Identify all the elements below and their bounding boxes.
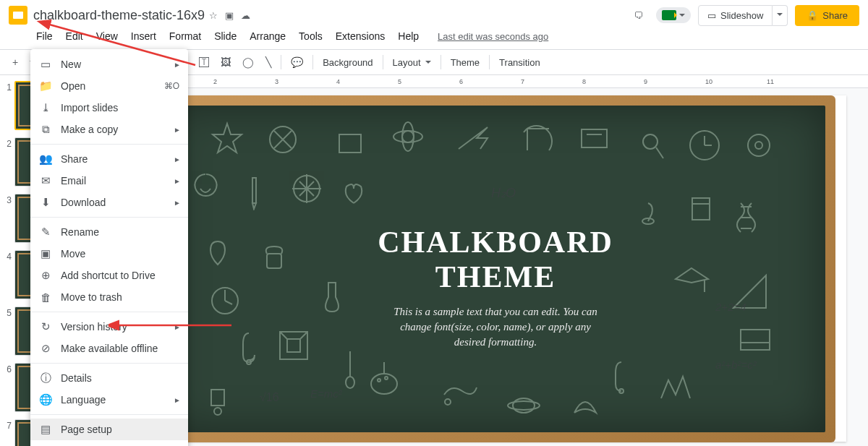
ruler-tick: 2 (213, 78, 217, 85)
submenu-arrow-icon: ► (174, 126, 181, 134)
ruler-tick: 6 (459, 78, 463, 85)
last-edit-link[interactable]: Last edit was seconds ago (438, 31, 548, 42)
svg-line-10 (656, 147, 663, 158)
slides-logo-icon[interactable] (9, 6, 27, 25)
doodle-icon (209, 283, 242, 319)
info-icon: ⓘ (39, 372, 52, 385)
doodle-icon (506, 391, 542, 420)
slide-number: 2 (3, 137, 12, 149)
move-icon: ▣ (39, 247, 52, 260)
menu-details[interactable]: ⓘDetails (30, 367, 188, 389)
menu-page-setup[interactable]: ▤Page setup (30, 419, 188, 440)
svg-marker-30 (676, 268, 708, 283)
menu-file[interactable]: File (30, 27, 59, 45)
slideshow-label: Slideshow (720, 10, 763, 21)
svg-point-14 (748, 134, 770, 156)
doodle-icon (658, 373, 694, 406)
doodle-icon (368, 359, 401, 398)
menu-move[interactable]: ▣Move (30, 243, 188, 265)
menu-add-shortcut[interactable]: ⊕Add shortcut to Drive (30, 265, 188, 286)
document-title[interactable]: chalkboard-theme-static-16x9 (33, 8, 205, 23)
doodle-icon (520, 121, 556, 158)
slide-number: 4 (3, 250, 12, 262)
menu-rename[interactable]: ✎Rename (30, 221, 188, 243)
menu-tools[interactable]: Tools (293, 27, 328, 45)
layout-button[interactable]: Layout (388, 53, 436, 72)
line-tool[interactable]: ╲ (260, 53, 276, 72)
doodle-icon (274, 326, 314, 366)
trash-icon: 🗑 (39, 291, 52, 304)
doodle-icon (730, 200, 766, 239)
svg-rect-2 (339, 134, 361, 153)
menu-import[interactable]: ⤓Import slides (30, 97, 188, 119)
cloud-status-icon[interactable]: ☁ (241, 10, 250, 21)
menu-new[interactable]: ▭New► (30, 53, 188, 75)
slideshow-button[interactable]: ▭ Slideshow (698, 5, 773, 26)
doodle-text: 2+2=4 (715, 301, 746, 313)
menu-edit[interactable]: Edit (60, 27, 89, 45)
menu-extensions[interactable]: Extensions (330, 27, 391, 45)
background-button[interactable]: Background (318, 53, 378, 72)
meet-button[interactable] (656, 7, 691, 23)
menu-makecopy[interactable]: ⧉Make a copy► (30, 119, 188, 140)
menu-view[interactable]: View (90, 27, 124, 45)
svg-rect-25 (267, 254, 281, 268)
theme-button[interactable]: Theme (446, 53, 485, 72)
image-tool[interactable]: 🖼 (216, 53, 236, 72)
doodle-icon (441, 380, 480, 413)
menu-language[interactable]: 🌐Language► (30, 389, 188, 411)
svg-point-9 (643, 134, 658, 149)
menu-download[interactable]: ⬇Download► (30, 192, 188, 213)
shape-tool[interactable]: ◯ (237, 53, 259, 72)
transition-button[interactable]: Transition (494, 53, 545, 72)
svg-line-28 (225, 301, 232, 304)
doodle-icon (686, 127, 723, 163)
doodle-icon (686, 192, 715, 225)
history-icon: ↻ (39, 320, 52, 333)
chevron-down-icon (679, 14, 685, 20)
ruler-tick: 3 (275, 78, 278, 85)
comments-icon[interactable]: 🗨 (627, 4, 649, 26)
doodle-icon (202, 236, 234, 272)
doodle-icon (242, 174, 274, 210)
menu-format[interactable]: Format (163, 27, 207, 45)
doodle-icon (267, 124, 299, 156)
menu-share[interactable]: 👥Share► (30, 148, 188, 170)
menu-insert[interactable]: Insert (125, 27, 162, 45)
menu-email[interactable]: ✉Email► (30, 170, 188, 192)
doodle-icon (260, 243, 289, 275)
menu-trash[interactable]: 🗑Move to trash (30, 286, 188, 308)
menu-open[interactable]: 📁Open⌘O (30, 75, 188, 97)
slideshow-dropdown[interactable] (773, 5, 788, 26)
svg-rect-40 (211, 390, 224, 406)
menu-arrange[interactable]: Arrange (244, 27, 292, 45)
slide-number: 6 (3, 363, 12, 374)
slide-title[interactable]: CHALKBOARD THEME (378, 225, 613, 295)
share-button[interactable]: 🔒 Share (795, 5, 859, 26)
menu-offline[interactable]: ⊘Make available offline (30, 338, 188, 359)
new-slide-button[interactable]: + (7, 53, 23, 72)
doodle-icon (205, 384, 231, 416)
textbox-tool[interactable]: 🅃 (194, 53, 214, 72)
menu-print-preview[interactable]: ◫Print preview (30, 440, 188, 446)
rename-icon: ✎ (39, 226, 52, 239)
menu-slide[interactable]: Slide (208, 27, 242, 45)
shortcut-icon: ⊕ (39, 269, 52, 282)
menu-version-history[interactable]: ↻Version history► (30, 316, 188, 338)
doodle-icon (567, 387, 603, 420)
slide-canvas[interactable]: H₂O 2+2=4 (145, 95, 846, 442)
share-label: Share (822, 10, 848, 21)
slide-number: 7 (3, 419, 12, 431)
svg-marker-0 (213, 124, 242, 153)
star-icon[interactable]: ☆ (209, 10, 218, 21)
doodle-icon (578, 126, 614, 155)
canvas-area: 1234567891011 (109, 75, 868, 446)
svg-point-4 (402, 131, 414, 142)
move-folder-icon[interactable]: ▣ (225, 10, 234, 21)
comment-tool[interactable]: 💬 (286, 53, 308, 72)
menu-help[interactable]: Help (392, 27, 425, 45)
slide-subtitle[interactable]: This is a sample text that you can edit.… (383, 304, 608, 350)
doodle-icon (209, 120, 245, 156)
doodle-icon (607, 359, 636, 395)
chalkboard-surface: H₂O 2+2=4 (166, 106, 825, 432)
